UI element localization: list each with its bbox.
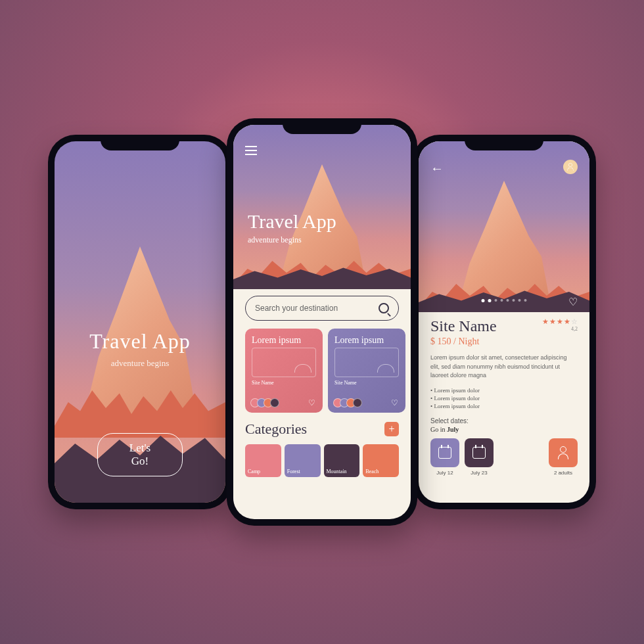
category-beach[interactable]: Beach <box>363 444 399 477</box>
avatar-group <box>250 398 277 407</box>
go-in-month: Go in July <box>430 426 578 433</box>
star-icon: ☆ <box>571 317 578 326</box>
card-image-placeholder <box>334 348 399 377</box>
card-title: Lorem ipsum <box>252 335 316 345</box>
card-image-placeholder <box>252 348 316 377</box>
card-title: Lorem ipsum <box>334 335 399 345</box>
phone-notch <box>283 118 361 134</box>
calendar-icon <box>472 447 486 459</box>
phone-notch <box>465 135 543 150</box>
select-dates-label: Select dates: <box>430 417 578 425</box>
rating-stars: ★★★★☆ <box>542 317 578 326</box>
search-input[interactable]: Search your destination <box>245 296 399 321</box>
lets-go-button[interactable]: Let's Go! <box>97 433 183 476</box>
search-icon[interactable] <box>379 303 389 313</box>
star-icon: ★ <box>557 317 563 326</box>
app-subtitle: adventure begins <box>55 358 225 369</box>
bullet-item: • Lorem ipsum dolor <box>430 403 578 409</box>
app-title: Travel App <box>55 329 225 354</box>
hero-section <box>233 125 411 289</box>
date-end-picker[interactable]: July 23 <box>465 438 494 476</box>
site-name: Site Name <box>430 317 497 335</box>
page-subtitle: adventure begins <box>248 235 302 245</box>
heart-icon[interactable]: ♡ <box>308 398 317 407</box>
profile-avatar-icon[interactable] <box>563 160 578 174</box>
bullet-item: • Lorem ipsum dolor <box>430 387 578 394</box>
detail-screen: ← ♡ Site Name ★★★★☆ 4,2 $ 150 / Night Lo… <box>419 141 589 503</box>
guests-picker[interactable]: 2 adults <box>549 438 578 476</box>
price-label: $ 150 / Night <box>430 336 578 347</box>
phone-home-screen: Travel App adventure begins Search your … <box>227 118 417 526</box>
rating-value: 4,2 <box>544 326 578 332</box>
star-icon: ★ <box>564 317 570 326</box>
add-category-button[interactable]: + <box>384 422 399 436</box>
destination-cards: Lorem ipsum Site Name ♡ Lorem ipsum Site… <box>245 329 411 413</box>
calendar-icon <box>438 447 451 459</box>
page-title: Travel App <box>248 210 336 233</box>
image-pagination-dots[interactable] <box>482 299 527 302</box>
bullet-item: • Lorem ipsum dolor <box>430 395 578 402</box>
back-arrow-icon[interactable]: ← <box>430 161 444 176</box>
heart-icon[interactable]: ♡ <box>391 398 400 407</box>
date-start-label: July 12 <box>430 470 459 476</box>
hamburger-menu-icon[interactable] <box>245 143 257 158</box>
welcome-screen: Travel App adventure begins Let's Go! <box>55 141 225 503</box>
categories-title: Categories <box>245 421 307 438</box>
favorite-heart-icon[interactable]: ♡ <box>568 296 578 308</box>
phone-notch <box>101 135 179 150</box>
categories-grid: Camp Forest Mountain Beach <box>245 444 399 477</box>
star-icon: ★ <box>542 317 549 326</box>
star-icon: ★ <box>549 317 556 326</box>
search-placeholder: Search your destination <box>255 304 379 313</box>
destination-card[interactable]: Lorem ipsum Site Name ♡ <box>328 329 405 413</box>
card-site-name: Site Name <box>252 380 316 386</box>
card-site-name: Site Name <box>334 380 399 386</box>
categories-section: Categories + Camp Forest Mountain Beach <box>245 421 399 477</box>
date-start-picker[interactable]: July 12 <box>430 438 459 476</box>
feature-bullets: • Lorem ipsum dolor • Lorem ipsum dolor … <box>430 387 578 409</box>
guests-label: 2 adults <box>549 470 578 476</box>
detail-content: Site Name ★★★★☆ 4,2 $ 150 / Night Lorem … <box>430 317 578 476</box>
destination-card[interactable]: Lorem ipsum Site Name ♡ <box>245 329 323 413</box>
phone-detail-screen: ← ♡ Site Name ★★★★☆ 4,2 $ 150 / Night Lo… <box>412 135 596 509</box>
date-end-label: July 23 <box>465 470 494 476</box>
person-icon <box>558 446 568 459</box>
category-mountain[interactable]: Mountain <box>324 444 360 477</box>
home-screen: Travel App adventure begins Search your … <box>233 125 411 519</box>
avatar-group <box>333 398 359 407</box>
category-camp[interactable]: Camp <box>245 444 281 477</box>
phone-welcome-screen: Travel App adventure begins Let's Go! <box>48 135 232 509</box>
category-forest[interactable]: Forest <box>285 444 321 477</box>
site-description: Lorem ipsum dolor sit amet, consectetuer… <box>430 354 578 380</box>
